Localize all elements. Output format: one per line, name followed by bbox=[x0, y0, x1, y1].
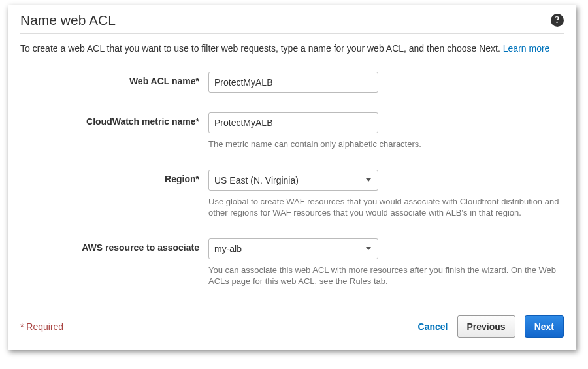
region-select-value: US East (N. Virginia) bbox=[214, 175, 299, 185]
learn-more-link[interactable]: Learn more bbox=[503, 43, 550, 54]
region-label: Region* bbox=[20, 170, 208, 184]
footer-separator bbox=[20, 306, 564, 306]
web-acl-name-label: Web ACL name* bbox=[20, 72, 208, 86]
aws-resource-select-value: my-alb bbox=[214, 244, 242, 254]
chevron-down-icon bbox=[366, 178, 371, 182]
cloudwatch-metric-name-hint: The metric name can contain only alphabe… bbox=[208, 138, 561, 150]
next-button[interactable]: Next bbox=[525, 315, 564, 338]
previous-button[interactable]: Previous bbox=[457, 315, 515, 338]
web-acl-name-input[interactable] bbox=[208, 72, 378, 93]
name-web-acl-panel: Name web ACL ? To create a web ACL that … bbox=[8, 5, 576, 350]
required-note: * Required bbox=[20, 321, 63, 332]
page-title: Name web ACL bbox=[20, 12, 116, 28]
aws-resource-hint: You can associate this web ACL with more… bbox=[208, 265, 561, 287]
cancel-button[interactable]: Cancel bbox=[418, 321, 448, 332]
cloudwatch-metric-name-label: CloudWatch metric name* bbox=[20, 112, 208, 127]
aws-resource-select[interactable]: my-alb bbox=[208, 238, 378, 259]
intro-body: To create a web ACL that you want to use… bbox=[20, 43, 503, 54]
intro-text: To create a web ACL that you want to use… bbox=[20, 43, 564, 54]
region-select[interactable]: US East (N. Virginia) bbox=[208, 170, 378, 191]
region-hint: Use global to create WAF resources that … bbox=[208, 196, 561, 219]
cloudwatch-metric-name-input[interactable] bbox=[208, 112, 378, 133]
help-icon[interactable]: ? bbox=[551, 14, 564, 27]
chevron-down-icon bbox=[366, 247, 371, 250]
aws-resource-label: AWS resource to associate bbox=[20, 238, 208, 253]
